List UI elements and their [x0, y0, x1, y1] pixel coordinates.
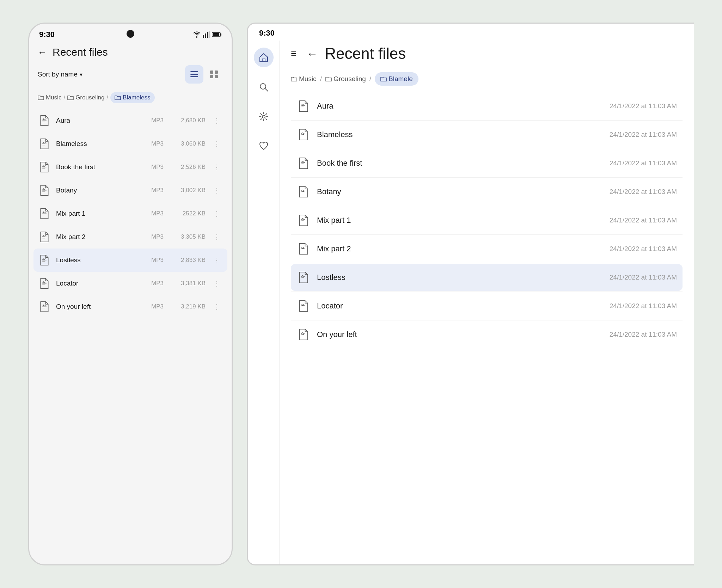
- sidebar-favorites[interactable]: [254, 136, 274, 156]
- tablet-breadcrumb-grouseling[interactable]: Grouseling: [325, 75, 366, 83]
- file-more-3[interactable]: ⋮: [210, 185, 223, 196]
- tablet-file-row-5[interactable]: Mix part 2 24/1/2022 at 11:03 AM: [291, 235, 683, 262]
- breadcrumb-grouseling-label: Grouseling: [75, 94, 104, 101]
- file-name-4: Mix part 1: [56, 210, 146, 218]
- sidebar-search[interactable]: [254, 77, 274, 97]
- folder-icon-3: [115, 95, 121, 100]
- file-type-0: MP3: [151, 117, 169, 124]
- phone-file-row-8[interactable]: On your left MP3 3,219 KB ⋮: [33, 295, 227, 318]
- grid-view-button[interactable]: [205, 65, 223, 84]
- tablet-breadcrumb-blamele[interactable]: Blamele: [375, 72, 418, 86]
- tablet-breadcrumb-sep-2: /: [369, 75, 371, 83]
- file-icon-4: [38, 207, 51, 220]
- tablet-breadcrumb-music[interactable]: Music: [291, 75, 317, 83]
- divider-4: [291, 234, 683, 235]
- back-button[interactable]: ←: [38, 47, 47, 58]
- svg-rect-5: [220, 33, 221, 36]
- svg-rect-23: [262, 59, 265, 62]
- tablet-file-icon-7: [296, 299, 311, 313]
- phone-file-row-4[interactable]: Mix part 1 MP3 2522 KB ⋮: [33, 202, 227, 225]
- tablet-file-icon-3: [296, 185, 311, 199]
- phone-panel: 9:30 ← Recent files: [28, 23, 233, 565]
- phone-file-list: Aura MP3 2,680 KB ⋮ Blameless MP3 3,060 …: [29, 109, 232, 564]
- breadcrumb-blameless[interactable]: Blameless: [110, 92, 154, 103]
- search-icon: [259, 82, 268, 92]
- file-name-3: Botany: [56, 186, 146, 194]
- svg-rect-2: [207, 32, 208, 38]
- phone-file-row-1[interactable]: Blameless MP3 3,060 KB ⋮: [33, 132, 227, 155]
- svg-rect-0: [203, 35, 204, 38]
- file-more-4[interactable]: ⋮: [210, 208, 223, 219]
- tablet-file-icon-0: [296, 99, 311, 113]
- folder-icon-t3: [380, 76, 387, 82]
- file-more-8[interactable]: ⋮: [210, 301, 223, 312]
- tablet-file-row-4[interactable]: Mix part 1 24/1/2022 at 11:03 AM: [291, 207, 683, 234]
- file-type-3: MP3: [151, 187, 169, 194]
- chevron-down-icon: ▾: [80, 71, 82, 78]
- phone-file-row-3[interactable]: Botany MP3 3,002 KB ⋮: [33, 179, 227, 202]
- divider-6: [291, 292, 683, 292]
- phone-file-row-7[interactable]: Locator MP3 3,381 KB ⋮: [33, 272, 227, 295]
- tablet-file-row-0[interactable]: Aura 24/1/2022 at 11:03 AM: [291, 93, 683, 120]
- tablet-file-icon-5: [296, 242, 311, 256]
- tablet-breadcrumb-blamele-label: Blamele: [388, 75, 413, 83]
- tablet-file-row-7[interactable]: Locator 24/1/2022 at 11:03 AM: [291, 293, 683, 319]
- tablet-file-date-0: 24/1/2022 at 11:03 AM: [610, 102, 677, 110]
- tablet-file-row-3[interactable]: Botany 24/1/2022 at 11:03 AM: [291, 178, 683, 205]
- file-icon-5: [38, 230, 51, 244]
- file-more-5[interactable]: ⋮: [210, 231, 223, 243]
- file-name-2: Book the first: [56, 163, 146, 171]
- tablet-file-icon-8: [296, 327, 311, 342]
- phone-file-row-0[interactable]: Aura MP3 2,680 KB ⋮: [33, 109, 227, 132]
- tablet-file-date-7: 24/1/2022 at 11:03 AM: [610, 302, 677, 310]
- sidebar-settings[interactable]: [254, 107, 274, 127]
- file-icon-7: [38, 277, 51, 290]
- tablet-back-button[interactable]: ←: [306, 47, 318, 60]
- tablet-file-name-6: Lostless: [317, 273, 603, 282]
- tablet-file-date-8: 24/1/2022 at 11:03 AM: [610, 331, 677, 338]
- tablet-file-name-0: Aura: [317, 102, 603, 111]
- file-icon-1: [38, 137, 51, 151]
- file-icon-8: [38, 300, 51, 313]
- tablet-file-list: Aura 24/1/2022 at 11:03 AM Blameless 24/…: [291, 93, 683, 564]
- tablet-file-row-1[interactable]: Blameless 24/1/2022 at 11:03 AM: [291, 121, 683, 148]
- file-size-4: 2522 KB: [174, 210, 206, 217]
- file-more-2[interactable]: ⋮: [210, 161, 223, 173]
- phone-file-row-5[interactable]: Mix part 2 MP3 3,305 KB ⋮: [33, 225, 227, 249]
- svg-rect-3: [209, 31, 210, 38]
- breadcrumb-music[interactable]: Music: [38, 94, 61, 101]
- file-more-6[interactable]: ⋮: [210, 255, 223, 266]
- phone-content: ← Recent files Sort by name ▾: [29, 42, 232, 564]
- breadcrumb-grouseling[interactable]: Grouseling: [67, 94, 104, 101]
- tablet-breadcrumb-music-label: Music: [299, 75, 317, 83]
- tablet-file-name-3: Botany: [317, 187, 603, 196]
- tablet-file-row-2[interactable]: Book the first 24/1/2022 at 11:03 AM: [291, 150, 683, 177]
- phone-file-row-2[interactable]: Book the first MP3 2,526 KB ⋮: [33, 155, 227, 179]
- file-more-0[interactable]: ⋮: [210, 115, 223, 126]
- file-size-3: 3,002 KB: [174, 187, 206, 194]
- phone-breadcrumb: Music / Grouseling / Blameless: [29, 89, 232, 109]
- tablet-time: 9:30: [259, 29, 275, 37]
- tablet-file-row-6[interactable]: Lostless 24/1/2022 at 11:03 AM: [291, 264, 683, 291]
- file-more-7[interactable]: ⋮: [210, 278, 223, 289]
- sidebar-home[interactable]: [254, 48, 274, 67]
- breadcrumb-sep-1: /: [63, 94, 65, 101]
- phone-header: ← Recent files: [29, 42, 232, 64]
- hamburger-menu[interactable]: ≡: [291, 48, 296, 59]
- file-name-7: Locator: [56, 280, 146, 287]
- tablet-file-row-8[interactable]: On your left 24/1/2022 at 11:03 AM: [291, 321, 683, 348]
- sort-by-label: Sort by name: [38, 71, 78, 78]
- sort-by-button[interactable]: Sort by name ▾: [38, 71, 82, 78]
- divider-7: [291, 320, 683, 320]
- svg-rect-10: [210, 71, 213, 74]
- phone-page-title: Recent files: [53, 46, 108, 58]
- sort-toolbar: Sort by name ▾: [29, 64, 232, 89]
- breadcrumb-sep-2: /: [106, 94, 108, 101]
- svg-rect-7: [190, 71, 198, 72]
- list-view-button[interactable]: [185, 65, 203, 84]
- file-more-1[interactable]: ⋮: [210, 138, 223, 149]
- file-size-2: 2,526 KB: [174, 164, 206, 171]
- phone-file-row-6[interactable]: Lostless MP3 2,833 KB ⋮: [33, 249, 227, 272]
- tablet-breadcrumb: Music / Grouseling / Blamele: [291, 69, 683, 93]
- svg-rect-11: [215, 71, 218, 74]
